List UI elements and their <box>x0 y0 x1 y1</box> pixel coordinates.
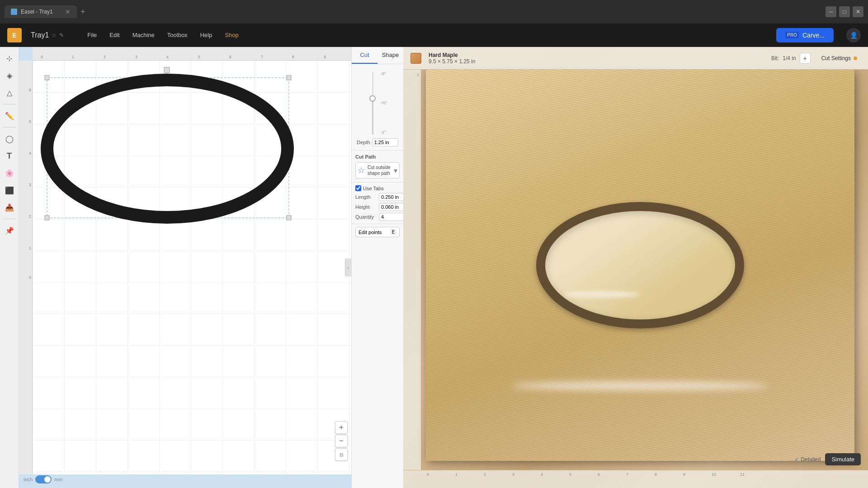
app-title: Tray1 ☆ ✎ <box>31 31 64 39</box>
main-layout: ⊹ ◈ △ ✏️ ◯ T 🌸 ⬛ 📥 📌 0 1 2 3 4 5 6 7 8 <box>0 47 868 488</box>
depth-section: -0° -½° -1° Depth 1.25 in <box>352 64 403 150</box>
ruler-tick-5: 5 <box>198 55 200 60</box>
browser-controls: ─ □ ✕ <box>826 6 863 17</box>
detailed-label: Detailed <box>801 456 821 463</box>
tool-shapes2[interactable]: △ <box>2 85 17 100</box>
menu-machine[interactable]: Machine <box>127 29 160 41</box>
tool-shapes[interactable]: ◈ <box>2 68 17 83</box>
preview-board <box>426 70 854 461</box>
height-input[interactable]: 0.060 in <box>379 203 406 211</box>
expand-arrow-icon[interactable]: ▾ <box>394 166 397 175</box>
browser-close[interactable]: ✕ <box>853 6 863 17</box>
depth-field-row: Depth 1.25 in <box>353 138 401 146</box>
tool-separator-3 <box>3 219 16 219</box>
handle-corner-br[interactable] <box>287 216 291 220</box>
ruler-tick-2: 2 <box>104 55 106 60</box>
tool-separator-1 <box>3 104 16 104</box>
tab-close-button[interactable]: ✕ <box>65 8 71 15</box>
preview-header: Hard Maple 9.5 × 5.75 × 1.25 in Bit: 1/4… <box>403 47 868 70</box>
preview-ruler-b11: 11 <box>740 472 745 477</box>
edit-points-button[interactable]: Edit points E <box>355 227 400 237</box>
preview-ruler-b6: 6 <box>598 472 600 477</box>
menu-toolbox[interactable]: Toolbox <box>162 29 193 41</box>
ruler-tick-3: 3 <box>135 55 137 60</box>
tool-layers[interactable]: ⬛ <box>2 183 17 198</box>
zoom-out-button[interactable]: − <box>335 435 348 447</box>
handle-corner-tr[interactable] <box>287 75 291 80</box>
star-cut-icon: ☆ <box>358 165 365 175</box>
tool-image[interactable]: 🌸 <box>2 165 17 181</box>
fit-button[interactable]: ⊡ <box>335 448 348 461</box>
tabs-section: Use Tabs Length 0.250 in Height 0.060 in… <box>352 182 403 224</box>
height-label: Height <box>355 204 377 210</box>
cut-path-text: Cut outside shape path <box>368 164 391 176</box>
ruler-left: 6 5 4 3 2 1 0 <box>19 61 33 474</box>
preview-ruler-b1: 1 <box>455 472 458 477</box>
unit-toggle-switch[interactable] <box>35 475 52 483</box>
canvas-container: 0 1 2 3 4 5 6 7 8 9 6 5 4 3 2 1 0 <box>19 47 351 488</box>
checkmark-icon: ✓ <box>794 456 799 463</box>
menu-shop[interactable]: Shop <box>219 29 244 41</box>
unit-inch-label: inch <box>24 477 33 482</box>
preview-ruler-b7: 7 <box>626 472 628 477</box>
preview-ruler-b0: 0 <box>427 472 429 477</box>
quantity-input[interactable]: 4 <box>379 213 406 221</box>
handle-corner-tl[interactable] <box>45 75 49 80</box>
tool-select[interactable]: ⊹ <box>2 51 17 66</box>
tool-text[interactable]: T <box>2 148 17 164</box>
material-name: Hard Maple <box>429 52 475 58</box>
ruler-tick-4: 4 <box>166 55 169 60</box>
bit-label: Bit: <box>771 55 779 61</box>
zoom-in-button[interactable]: + <box>335 421 348 434</box>
add-bit-button[interactable]: + <box>800 53 811 64</box>
depth-slider-container <box>368 71 377 135</box>
slider-thumb[interactable] <box>369 95 376 102</box>
use-tabs-label: Use Tabs <box>363 186 384 191</box>
menu-help[interactable]: Help <box>195 29 218 41</box>
tab-shape[interactable]: Shape <box>377 47 403 64</box>
depth-input[interactable]: 1.25 in <box>372 138 398 146</box>
app-bar: E Tray1 ☆ ✎ File Edit Machine Toolbox He… <box>0 23 868 47</box>
tool-separator-2 <box>3 127 16 127</box>
tool-circle[interactable]: ◯ <box>2 131 17 146</box>
edit-icon[interactable]: ✎ <box>59 32 64 38</box>
tab-cut[interactable]: Cut <box>352 47 377 64</box>
user-button[interactable]: 👤 <box>846 28 861 42</box>
rotate-handle[interactable] <box>164 67 170 73</box>
star-icon[interactable]: ☆ <box>52 32 57 38</box>
length-input[interactable]: 0.250 in <box>379 193 406 201</box>
new-tab-button[interactable]: + <box>80 7 85 17</box>
ellipse-shape[interactable] <box>47 80 288 217</box>
preview-ruler-num-7: 7 <box>417 73 419 78</box>
ruler-tick-0: 0 <box>41 55 43 60</box>
ruler-tick-6: 6 <box>229 55 231 60</box>
carve-button[interactable]: PRO Carve... <box>776 28 834 42</box>
handle-corner-bl[interactable] <box>45 216 49 220</box>
preview-canvas: 7 0 1 2 3 4 5 <box>403 47 868 488</box>
use-tabs-checkbox[interactable] <box>355 185 361 191</box>
canvas-collapse-arrow[interactable]: › <box>345 258 351 277</box>
panel-tab-bar: Cut Shape <box>352 47 403 64</box>
menu-file[interactable]: File <box>82 29 102 41</box>
canvas-svg[interactable] <box>33 61 351 474</box>
browser-tab[interactable]: Easel - Tray1 ✕ <box>5 5 77 18</box>
tool-pen[interactable]: ✏️ <box>2 108 17 123</box>
cut-path-title: Cut Path <box>355 154 400 160</box>
ruler-tick-9: 9 <box>324 55 326 60</box>
menu-edit[interactable]: Edit <box>104 29 125 41</box>
detailed-toggle[interactable]: ✓ Detailed <box>794 456 821 463</box>
browser-maximize[interactable]: □ <box>839 6 850 17</box>
ruler-tick-y3: 3 <box>29 183 31 187</box>
preview-ruler-b10: 10 <box>712 472 716 477</box>
simulate-button[interactable]: Simulate <box>825 453 861 465</box>
preview-ellipse-inner <box>545 211 735 319</box>
canvas-work-area[interactable] <box>33 61 351 474</box>
tool-note[interactable]: 📌 <box>2 223 17 238</box>
cut-path-option[interactable]: ☆ Cut outside shape path ▾ <box>355 162 400 178</box>
cut-settings-button[interactable]: Cut Settings <box>818 53 861 63</box>
project-name: Tray1 <box>31 31 49 39</box>
tool-import[interactable]: 📥 <box>2 200 17 215</box>
settings-dot-icon <box>854 56 857 60</box>
browser-minimize[interactable]: ─ <box>826 6 836 17</box>
cut-path-section: Cut Path ☆ Cut outside shape path ▾ <box>352 150 403 182</box>
